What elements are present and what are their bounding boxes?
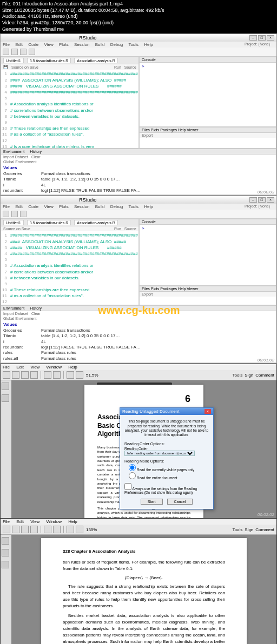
tab-help[interactable]: Help <box>178 287 186 291</box>
menu-item[interactable]: Help <box>144 42 153 47</box>
code-text[interactable]: ########################################… <box>10 232 138 305</box>
maximize-button[interactable]: □ <box>258 35 266 41</box>
tools-button[interactable]: Tools <box>233 527 243 532</box>
page-up-icon[interactable] <box>44 526 51 533</box>
menu-item[interactable]: Debug <box>110 204 123 209</box>
clear-button[interactable]: Clear <box>31 155 41 159</box>
tab-history[interactable]: History <box>30 306 42 310</box>
source-button[interactable]: Source <box>124 227 136 231</box>
comment-button[interactable]: Comment <box>255 527 274 532</box>
print-icon[interactable] <box>21 371 29 379</box>
open-icon[interactable] <box>3 371 10 379</box>
dialog-close-button[interactable]: × <box>205 409 211 414</box>
source-on-save[interactable]: Source on Save <box>11 65 38 69</box>
save-icon[interactable] <box>12 371 19 379</box>
menu-item[interactable]: Session <box>74 204 89 209</box>
code-text[interactable]: ########################################… <box>10 71 138 149</box>
source-on-save[interactable]: Source on Save <box>3 227 30 231</box>
mail-icon[interactable] <box>30 526 38 533</box>
menu-item[interactable]: Code <box>28 42 38 47</box>
menu-item[interactable]: Plots <box>59 204 69 209</box>
tab-viewer[interactable]: Viewer <box>187 287 198 291</box>
thumbnails-icon[interactable] <box>2 537 9 545</box>
menu-item[interactable]: View <box>30 519 39 524</box>
radio-entire-doc[interactable] <box>129 472 136 479</box>
tab-help[interactable]: Help <box>178 128 186 132</box>
tab-packages[interactable]: Packages <box>160 287 177 291</box>
close-button[interactable]: × <box>267 197 274 203</box>
console-body[interactable]: > <box>140 63 276 70</box>
page-down-icon[interactable] <box>53 526 61 533</box>
project-label[interactable]: Project: (None) <box>245 42 270 46</box>
tab-assoc-rules[interactable]: 3.5 Association-rules.R <box>27 58 71 63</box>
mail-icon[interactable] <box>30 371 38 379</box>
menu-item[interactable]: Edit <box>16 519 24 524</box>
import-dataset-button[interactable]: Import Dataset <box>3 312 28 316</box>
menu-item[interactable]: File <box>3 204 10 209</box>
page-up-icon[interactable] <box>44 371 51 379</box>
zoom-in-icon[interactable] <box>76 526 83 533</box>
menu-item[interactable]: Tools <box>128 204 138 209</box>
menu-item[interactable]: Help <box>144 204 153 209</box>
maximize-button[interactable]: □ <box>258 197 266 203</box>
menu-item[interactable]: Code <box>28 204 38 209</box>
page-down-icon[interactable] <box>53 371 61 379</box>
tab-untitled[interactable]: Untitled1 <box>3 220 24 225</box>
cancel-button[interactable]: Cancel <box>167 499 193 505</box>
sign-button[interactable]: Sign <box>245 373 253 378</box>
menu-item[interactable]: View <box>44 204 54 209</box>
tab-files[interactable]: Files <box>142 287 150 291</box>
env-scope[interactable]: Global Environment <box>3 317 36 320</box>
zoom-out-icon[interactable] <box>67 526 74 533</box>
menu-item[interactable]: Window <box>47 519 62 524</box>
open-file-icon[interactable] <box>11 49 18 55</box>
close-button[interactable]: × <box>267 35 274 41</box>
new-file-icon[interactable] <box>3 211 9 217</box>
source-button[interactable]: Source <box>124 65 136 69</box>
tab-environment[interactable]: Environment <box>3 150 24 153</box>
env-scope[interactable]: Global Environment <box>3 160 36 164</box>
tab-assoc-analysis[interactable]: Association-analysis.R <box>74 58 117 63</box>
run-button[interactable]: Run <box>114 65 121 69</box>
open-icon[interactable] <box>3 526 10 533</box>
thumbnails-icon[interactable] <box>2 383 9 390</box>
save-icon[interactable] <box>12 526 19 533</box>
attachments-icon[interactable] <box>2 561 9 568</box>
reading-order-select[interactable]: Infer reading order from document (recom… <box>124 451 195 456</box>
menu-item[interactable]: Build <box>95 42 105 47</box>
console-tab[interactable]: Console <box>140 219 276 225</box>
minimize-button[interactable]: – <box>249 35 257 41</box>
import-dataset-button[interactable]: Import Dataset <box>3 155 28 159</box>
menu-item[interactable]: Window <box>47 365 62 370</box>
tab-viewer[interactable]: Viewer <box>187 128 198 132</box>
bookmarks-icon[interactable] <box>2 394 9 402</box>
tab-files[interactable]: Files <box>142 128 150 132</box>
print-icon[interactable] <box>21 526 29 533</box>
tab-plots[interactable]: Plots <box>151 287 160 291</box>
zoom-level[interactable]: 135% <box>85 527 98 532</box>
menu-item[interactable]: View <box>30 365 39 370</box>
zoom-out-icon[interactable] <box>67 371 74 379</box>
menu-item[interactable]: Edit <box>16 365 24 370</box>
minimize-button[interactable]: – <box>249 197 257 203</box>
disk-icon[interactable]: 💾 <box>3 65 8 69</box>
run-button[interactable]: Run <box>114 227 121 231</box>
menu-item[interactable]: View <box>44 42 54 47</box>
tab-assoc-rules[interactable]: 3.5 Association-rules.R <box>27 220 71 225</box>
tab-plots[interactable]: Plots <box>151 128 160 132</box>
console-tab[interactable]: Console <box>140 57 276 63</box>
zoom-in-icon[interactable] <box>76 371 83 379</box>
menu-item[interactable]: Help <box>68 365 77 370</box>
menu-item[interactable]: File <box>3 42 10 47</box>
clear-button[interactable]: Clear <box>31 312 41 316</box>
menu-item[interactable]: Tools <box>128 42 138 47</box>
start-button[interactable]: Start <box>141 499 163 505</box>
tab-assoc-analysis[interactable]: Association-analysis.R <box>74 220 117 225</box>
menu-item[interactable]: File <box>3 365 10 370</box>
tab-packages[interactable]: Packages <box>160 128 177 132</box>
new-file-icon[interactable] <box>3 49 9 55</box>
code-editor[interactable]: 12345678910111213141516171819 ##########… <box>1 70 138 149</box>
sign-button[interactable]: Sign <box>245 527 253 532</box>
menu-item[interactable]: Plots <box>59 42 69 47</box>
bookmarks-icon[interactable] <box>2 549 9 556</box>
